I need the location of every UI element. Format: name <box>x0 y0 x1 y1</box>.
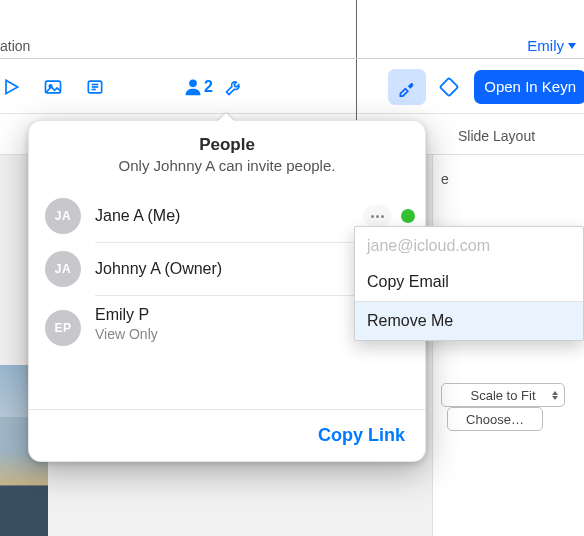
play-icon[interactable] <box>0 67 32 107</box>
choose-button-label: Choose… <box>466 412 524 427</box>
format-tab-button[interactable] <box>388 69 426 105</box>
toolbar: 2 Open In Keyn <box>0 60 584 114</box>
person-options-menu: jane@icloud.com Copy Email Remove Me <box>354 226 584 341</box>
menu-email-header: jane@icloud.com <box>355 227 583 263</box>
choose-button[interactable]: Choose… <box>447 407 543 431</box>
person-role: View Only <box>95 326 391 342</box>
scale-select-label: Scale to Fit <box>470 388 535 403</box>
svg-rect-8 <box>440 77 458 95</box>
avatar: JA <box>45 198 81 234</box>
open-button-label: Open In Keyn <box>484 78 576 95</box>
avatar: JA <box>45 251 81 287</box>
current-user-menu[interactable]: Emily <box>527 37 576 54</box>
more-button[interactable] <box>363 205 391 227</box>
status-indicator-online <box>401 209 415 223</box>
open-in-keynote-button[interactable]: Open In Keyn <box>474 70 584 104</box>
people-popover-subtitle: Only Johnny A can invite people. <box>49 157 405 174</box>
wrench-icon[interactable] <box>213 67 255 107</box>
top-divider <box>0 58 584 59</box>
collaborators-count: 2 <box>204 78 213 96</box>
svg-point-7 <box>189 79 197 87</box>
copy-link-button[interactable]: Copy Link <box>318 425 405 446</box>
document-title-fragment: ation <box>0 38 30 54</box>
svg-marker-0 <box>6 80 18 93</box>
inspector-subhead-label: Slide Layout <box>458 128 535 144</box>
people-popover-title: People <box>49 135 405 155</box>
callout-line <box>356 0 357 60</box>
image-icon[interactable] <box>32 67 74 107</box>
text-box-icon[interactable] <box>74 67 116 107</box>
collaborators-button[interactable]: 2 <box>182 76 213 98</box>
person-name-text: Emily P <box>95 306 149 323</box>
remove-me-item[interactable]: Remove Me <box>355 302 583 340</box>
inspector-subhead: Slide Layout <box>434 118 584 154</box>
copy-email-item[interactable]: Copy Email <box>355 263 583 301</box>
avatar: EP <box>45 310 81 346</box>
chevrons-icon <box>552 391 558 400</box>
app-surface: ation Emily 2 Open In Keyn <box>0 0 584 536</box>
person-name: Emily P View Only <box>95 306 391 342</box>
scale-select[interactable]: Scale to Fit <box>441 383 565 407</box>
truncated-label: e <box>441 171 449 187</box>
person-name: Jane A (Me) <box>95 207 363 225</box>
inspector-panel: e Scale to Fit Choose… <box>432 154 584 536</box>
document-tab-button[interactable] <box>430 69 468 105</box>
